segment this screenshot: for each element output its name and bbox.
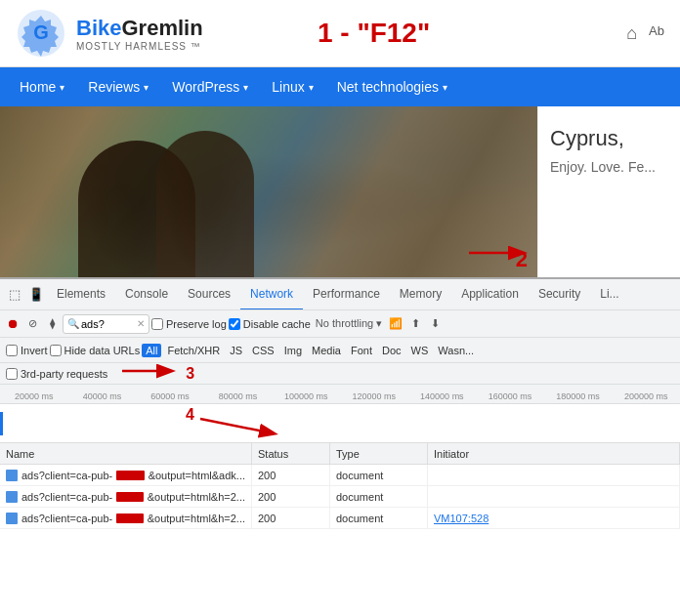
- nav-item-wordpress[interactable]: WordPress ▾: [160, 67, 260, 106]
- redacted-3: [116, 513, 143, 523]
- ruler-mark-1: 40000 ms: [68, 391, 137, 401]
- site-nav: Home ▾ Reviews ▾ WordPress ▾ Linux ▾ Net…: [0, 67, 680, 106]
- wifi-icon[interactable]: 📶: [387, 315, 404, 333]
- arrow-4-svg: [195, 404, 293, 443]
- tab-memory[interactable]: Memory: [390, 279, 451, 310]
- nav-item-linux[interactable]: Linux ▾: [260, 67, 324, 106]
- tab-performance[interactable]: Performance: [303, 279, 390, 310]
- logo-blue: Bike: [76, 16, 121, 40]
- third-party-checkbox[interactable]: [6, 368, 18, 380]
- account-text: Ab: [649, 23, 664, 44]
- ruler-mark-6: 140000 ms: [408, 391, 477, 401]
- devtools-filter-bar: ⏺ ⊘ ⧫ 🔍 ✕ Preserve log Disable cache No …: [0, 310, 680, 338]
- redacted-1: [116, 471, 144, 480]
- tab-more[interactable]: Li...: [590, 279, 628, 310]
- file-icon-2: [6, 491, 18, 503]
- nav-arrow-net: ▾: [443, 82, 447, 93]
- filter-type-font[interactable]: Font: [347, 344, 376, 357]
- mobile-icon[interactable]: 📱: [25, 284, 47, 306]
- nav-item-reviews[interactable]: Reviews ▾: [76, 67, 160, 106]
- record-button[interactable]: ⏺: [4, 315, 21, 333]
- third-party-label[interactable]: 3rd-party requests: [6, 368, 107, 380]
- hero-image: 2: [0, 106, 537, 277]
- row2-status: 200: [252, 486, 330, 507]
- nav-arrow-wordpress: ▾: [243, 82, 248, 93]
- logo-name: BikeGremlin: [76, 16, 203, 41]
- file-icon-1: [6, 470, 18, 481]
- hide-urls-checkbox[interactable]: [50, 345, 62, 356]
- row3-type: document: [330, 508, 428, 528]
- filter-type-ws[interactable]: WS: [407, 344, 433, 357]
- hide-urls-label[interactable]: Hide data URLs: [50, 345, 141, 356]
- upload-icon[interactable]: ⬆: [406, 315, 424, 333]
- filter-type-js[interactable]: JS: [226, 344, 246, 357]
- arrow-3-svg: [117, 360, 195, 382]
- hero-area: 2 Cyprus, Enjoy. Love. Fe...: [0, 106, 680, 277]
- tab-application[interactable]: Application: [451, 279, 529, 310]
- table-row[interactable]: ads?client=ca-pub-&output=html&h=2... 20…: [0, 486, 680, 508]
- logo-sub: MOSTLY HARMLESS ™: [76, 41, 203, 52]
- tab-elements[interactable]: Elements: [47, 279, 115, 310]
- third-party-row: 3rd-party requests 3: [0, 363, 680, 385]
- row3-initiator-link[interactable]: VM107:528: [434, 513, 489, 524]
- preserve-log-checkbox[interactable]: [151, 318, 163, 330]
- col-status: Status: [252, 443, 330, 464]
- search-input[interactable]: [81, 318, 135, 330]
- row2-name: ads?client=ca-pub-&output=html&h=2...: [0, 486, 252, 507]
- logo-icon: G: [16, 8, 66, 59]
- row1-initiator: [428, 465, 680, 485]
- inspect-icon[interactable]: ⬚: [4, 284, 25, 306]
- header-icons: ⌂ Ab: [626, 23, 664, 44]
- download-icon[interactable]: ⬇: [426, 315, 444, 333]
- row1-type: document: [330, 465, 428, 485]
- ruler-mark-7: 160000 ms: [476, 391, 544, 401]
- timeline-ruler: 20000 ms 40000 ms 60000 ms 80000 ms 1000…: [0, 385, 680, 404]
- tab-security[interactable]: Security: [529, 279, 590, 310]
- row3-initiator[interactable]: VM107:528: [428, 508, 680, 528]
- nav-arrow-linux: ▾: [309, 82, 314, 93]
- disable-cache-checkbox[interactable]: [229, 318, 240, 330]
- logo-area: G BikeGremlin MOSTLY HARMLESS ™: [16, 8, 203, 59]
- logo-dark: Gremlin: [121, 16, 202, 40]
- search-icon: 🔍: [67, 318, 79, 329]
- devtools-type-filter-bar: Invert Hide data URLs All Fetch/XHR JS C…: [0, 338, 680, 363]
- nav-item-net[interactable]: Net technologies ▾: [325, 67, 459, 106]
- invert-label[interactable]: Invert: [6, 345, 48, 356]
- tab-console[interactable]: Console: [115, 279, 178, 310]
- table-header: Name Status Type Initiator: [0, 443, 680, 465]
- filter-type-all[interactable]: All: [142, 344, 161, 357]
- hero-title: Cyprus,: [550, 126, 668, 151]
- filter-type-wasm[interactable]: Wasn...: [434, 344, 478, 357]
- row2-initiator: [428, 486, 680, 507]
- tab-sources[interactable]: Sources: [178, 279, 240, 310]
- home-icon[interactable]: ⌂: [626, 23, 637, 44]
- row1-name: ads?client=ca-pub-&output=html&adk...: [0, 465, 252, 485]
- col-type: Type: [330, 443, 428, 464]
- filter-icon[interactable]: ⧫: [43, 315, 61, 333]
- col-name: Name: [0, 443, 252, 464]
- row3-status: 200: [252, 508, 330, 528]
- redacted-2: [116, 492, 143, 502]
- throttle-select[interactable]: No throttling ▾: [313, 316, 385, 331]
- nav-item-home[interactable]: Home ▾: [8, 67, 76, 106]
- stop-button[interactable]: ⊘: [23, 315, 41, 333]
- invert-checkbox[interactable]: [6, 345, 18, 356]
- ruler-mark-0: 20000 ms: [0, 391, 68, 401]
- table-row[interactable]: ads?client=ca-pub-&output=html&adk... 20…: [0, 465, 680, 486]
- preserve-log-label[interactable]: Preserve log: [151, 318, 227, 330]
- search-clear-icon[interactable]: ✕: [137, 318, 145, 329]
- ruler-mark-9: 200000 ms: [612, 391, 680, 401]
- hero-sidebar: Cyprus, Enjoy. Love. Fe...: [537, 106, 680, 277]
- ruler-mark-8: 180000 ms: [544, 391, 613, 401]
- nav-label-reviews: Reviews: [88, 79, 140, 95]
- filter-type-doc[interactable]: Doc: [378, 344, 405, 357]
- timeline-chart: 4: [0, 404, 680, 443]
- filter-type-media[interactable]: Media: [308, 344, 345, 357]
- tab-network[interactable]: Network: [240, 279, 303, 310]
- timeline-area[interactable]: 20000 ms 40000 ms 60000 ms 80000 ms 1000…: [0, 385, 680, 443]
- table-row[interactable]: ads?client=ca-pub-&output=html&h=2... 20…: [0, 508, 680, 529]
- filter-type-css[interactable]: CSS: [248, 344, 278, 357]
- disable-cache-label[interactable]: Disable cache: [229, 318, 311, 330]
- filter-type-img[interactable]: Img: [280, 344, 306, 357]
- filter-type-fetch[interactable]: Fetch/XHR: [163, 344, 224, 357]
